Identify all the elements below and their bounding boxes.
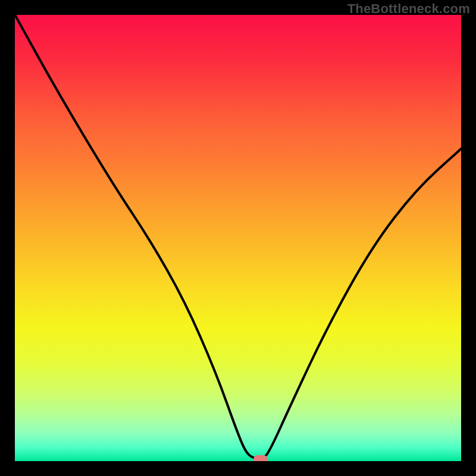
chart-frame: TheBottleneck.com [0, 0, 476, 476]
watermark-text: TheBottleneck.com [347, 1, 470, 17]
gradient-background [15, 15, 461, 461]
optimum-marker [253, 455, 268, 461]
chart-svg [15, 15, 461, 461]
plot-area [15, 15, 461, 461]
